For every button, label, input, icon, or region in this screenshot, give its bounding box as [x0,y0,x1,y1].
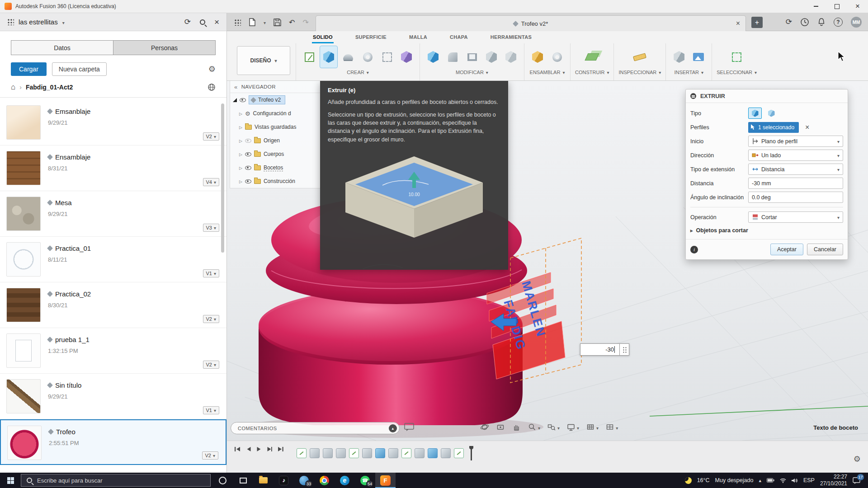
list-item[interactable]: Ensamblaje 8/31/21 V4 [0,145,226,191]
clear-selection-icon[interactable] [805,123,809,131]
collapse-browser-icon[interactable] [234,84,238,90]
file-menu-caret-icon[interactable] [264,18,266,26]
timeline-sketch-feature[interactable] [454,448,464,458]
cortana-button[interactable] [212,473,233,488]
expand-icon[interactable] [239,124,242,130]
chevron-down-icon[interactable] [486,70,488,75]
version-badge[interactable]: V2 [202,451,219,460]
panel-settings-gear-icon[interactable] [208,65,216,74]
team-name[interactable]: las estrellitas [19,18,58,26]
pan-button[interactable] [512,422,521,432]
file-explorer-button[interactable] [253,473,274,488]
browser-row-construction[interactable]: Construcción [230,174,321,188]
chevron-down-icon[interactable] [562,70,565,75]
help-icon[interactable] [834,18,843,27]
globe-icon[interactable] [208,83,216,91]
dialog-header[interactable]: EXTRUIR [686,89,848,103]
timeline-scrubber[interactable] [469,446,473,460]
chrome-button[interactable] [314,473,335,488]
timeline-fillet-feature[interactable] [375,448,385,458]
redo-icon[interactable] [302,18,308,27]
job-status-icon[interactable] [786,18,792,26]
minimize-button[interactable] [806,0,826,13]
skip-to-end-button[interactable] [277,446,284,452]
close-panel-icon[interactable] [214,18,219,27]
step-back-button[interactable] [246,446,251,452]
timeline-extrude-feature[interactable] [310,448,320,458]
look-at-button[interactable] [496,422,505,432]
measure-button[interactable] [631,46,648,68]
file-menu-icon[interactable] [249,18,256,26]
browser-row-config[interactable]: Configuración d [230,107,321,120]
version-badge[interactable]: V4 [203,178,220,186]
browser-root-row[interactable]: Trofeo v2 [230,93,321,107]
chevron-down-icon[interactable] [62,18,65,26]
accept-button[interactable]: Aceptar [770,244,803,255]
upload-button[interactable]: Cargar [11,62,47,76]
version-badge[interactable]: V1 [203,269,220,277]
team-grid-icon[interactable] [7,19,14,25]
list-item[interactable]: Practica_01 8/11/21 V1 [0,237,226,282]
tab-datos[interactable]: Datos [11,41,113,55]
timeline-settings-gear-icon[interactable] [854,455,861,464]
user-avatar[interactable]: MM [851,17,862,28]
list-item[interactable]: prueba 1_1 1:32:15 PM V2 [0,328,226,374]
maximize-button[interactable] [826,0,847,13]
create-sketch-button[interactable] [301,46,318,68]
timeline-fillet-feature[interactable] [428,448,438,458]
insert-derive-button[interactable] [670,46,688,68]
search-icon[interactable] [200,19,205,25]
close-tab-icon[interactable] [736,19,740,28]
expand-icon[interactable] [239,164,242,171]
bell-icon[interactable] [817,18,826,27]
start-button[interactable] [0,473,21,488]
revolve-button[interactable] [340,46,357,68]
version-badge[interactable]: V2 [203,361,220,369]
timeline-extrude-feature[interactable] [441,448,451,458]
wifi-icon[interactable] [780,478,786,483]
timeline-extrude-feature[interactable] [362,448,372,458]
extent-dropdown[interactable]: Distancia [748,164,843,175]
browser-row-sketches[interactable]: Bocetos [230,161,321,174]
play-button[interactable] [256,446,262,452]
ribbon-tab-malla[interactable]: MALLA [408,34,428,43]
profiles-selection-chip[interactable]: 1 seleccionado [748,122,799,133]
chevron-down-icon[interactable] [607,70,609,75]
ribbon-tab-superficie[interactable]: SUPERFICIE [354,34,387,43]
direction-dropdown[interactable]: Un lado [748,150,843,161]
browser-row-views[interactable]: Vistas guardadas [230,120,321,134]
distance-input[interactable]: -30 mm [748,178,843,189]
expand-icon[interactable] [239,151,242,157]
timeline-extrude-feature[interactable] [336,448,346,458]
task-view-button[interactable] [233,473,253,488]
grid-settings-button[interactable] [586,422,599,432]
joint-button[interactable] [548,46,566,68]
chevron-down-icon[interactable] [755,70,757,75]
type-thin-extrude-button[interactable] [764,108,778,119]
tab-personas[interactable]: Personas [113,41,215,55]
ribbon-tab-herramientas[interactable]: HERRAMIENTAS [490,34,533,43]
new-folder-button[interactable]: Nueva carpeta [52,62,107,76]
eye-icon[interactable] [245,179,251,183]
whatsapp-button[interactable]: 54 [355,473,375,488]
step-forward-button[interactable] [267,446,272,452]
breadcrumb-folder[interactable]: Fabdig_01-Act2 [26,84,73,91]
close-button[interactable] [847,0,868,13]
eye-icon[interactable] [245,166,251,170]
combine-button[interactable] [483,46,500,68]
list-item[interactable]: Emsanblaje 9/29/21 V2 [0,100,226,145]
timeline-sketch-feature[interactable] [297,448,307,458]
timeline-extrude-feature[interactable] [323,448,333,458]
version-badge[interactable]: V3 [203,224,220,232]
action-center-button[interactable]: 17 [853,477,861,484]
zoom-window-button[interactable] [547,422,560,432]
timeline-extrude-feature[interactable] [415,448,425,458]
ribbon-tab-solido[interactable]: SOLIDO [312,34,334,43]
language-indicator[interactable]: ESP [803,477,815,483]
objects-to-cut-expander[interactable]: Objetos para cortar [690,224,843,236]
chevron-down-icon[interactable] [659,70,661,75]
pattern-button[interactable] [378,46,396,68]
scrollbar[interactable] [221,103,224,253]
document-tab[interactable]: Trofeo v2* [316,15,746,31]
construction-plane-button[interactable] [584,46,601,68]
